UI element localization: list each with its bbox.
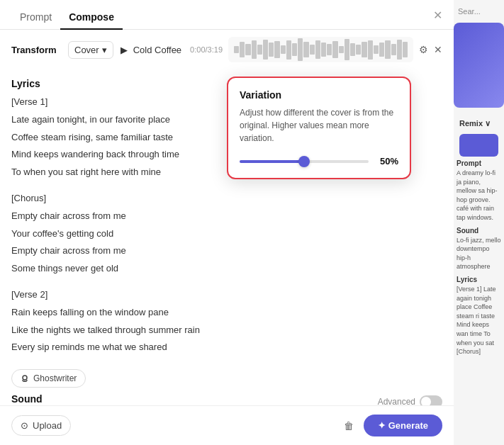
ghostwriter-button[interactable]: Ghostwriter: [11, 369, 86, 388]
search-label: Sear...: [458, 7, 481, 16]
waveform-bar: [379, 43, 384, 57]
search-area: Sear...: [454, 0, 504, 23]
right-sound-text: Lo-fi jazz, mello downtempo hip-h atmosp…: [457, 236, 501, 271]
waveform-bar: [385, 40, 390, 58]
waveform-bar: [274, 41, 279, 57]
variation-slider-row: 50%: [240, 156, 398, 167]
advanced-toggle[interactable]: [420, 395, 442, 405]
waveform-bar: [303, 42, 308, 57]
tabs-bar: Prompt Compose ✕: [0, 0, 454, 30]
ghostwriter-icon: [21, 374, 29, 383]
track-time-total: 3:19: [208, 45, 223, 54]
variation-value: 50%: [376, 156, 398, 167]
generate-label: ✦ Generate: [378, 420, 428, 431]
waveform-bar: [298, 38, 303, 61]
upload-button[interactable]: ⊙ Upload: [11, 415, 71, 436]
lyrics-block-chorus: [Chorus] Empty chair across from me Your…: [11, 191, 442, 276]
chevron-down-icon: ▾: [102, 45, 107, 55]
play-row: ▶ Cold Coffee 0:00/3:19: [121, 37, 442, 62]
variation-popup: Variation Adjust how different the cover…: [227, 77, 411, 179]
tab-compose[interactable]: Compose: [60, 6, 123, 30]
lyrics-line: Some things never get old: [11, 261, 442, 276]
waveform-bar: [286, 40, 291, 60]
close-button[interactable]: ✕: [433, 8, 442, 21]
lyrics-block-verse2: [Verse 2] Rain keeps falling on the wind…: [11, 288, 442, 355]
waveform-bar: [292, 43, 297, 56]
svg-point-0: [23, 376, 27, 380]
remix-label: Remix ∨: [459, 119, 491, 128]
variation-slider-track: [240, 160, 369, 163]
lyrics-line: Empty chair across from me: [11, 209, 442, 224]
advanced-label: Advanced: [378, 397, 415, 405]
sound-row: Sound Advanced: [11, 393, 442, 405]
settings-icon[interactable]: ⚙: [419, 44, 428, 55]
waveform-bar: [374, 45, 379, 55]
toggle-knob: [421, 397, 431, 405]
track-time-current: 0:00: [190, 45, 205, 54]
waveform-bar: [234, 46, 239, 54]
waveform-bar: [362, 42, 366, 57]
waveform-bar: [339, 46, 344, 54]
lyrics-chorus-header: [Chorus]: [11, 191, 442, 206]
waveform-bar: [269, 43, 274, 57]
waveform-bar: [281, 45, 286, 55]
transform-label: Transform: [11, 45, 61, 55]
waveform-bar: [345, 39, 349, 61]
bottom-bar: ⊙ Upload 🗑 ✦ Generate: [0, 405, 454, 445]
variation-description: Adjust how different the cover is from t…: [240, 106, 398, 145]
waveform-bar: [397, 40, 402, 60]
cover-select[interactable]: Cover ▾: [68, 41, 113, 59]
waveform-bar: [257, 45, 262, 55]
waveform-bar: [391, 44, 396, 55]
lyrics-verse2-header: [Verse 2]: [11, 288, 442, 303]
right-panel: Sear... Remix ∨ Prompt A dreamy lo-fi ja…: [454, 0, 504, 445]
waveform-bar: [310, 45, 315, 55]
track-title: Cold Coffee: [133, 45, 181, 55]
waveform-bar: [315, 40, 320, 58]
waveform-bar: [240, 42, 245, 57]
waveform-bar: [350, 43, 355, 56]
ghostwriter-label: Ghostwriter: [33, 373, 77, 383]
right-prompt-text: A dreamy lo-fi ja piano, mellow sa hip-h…: [457, 169, 501, 222]
track-time: 0:00/3:19: [190, 45, 223, 54]
right-lyrics-text: [Verse 1] Late again tonigh place Coffee…: [457, 285, 501, 356]
waveform-bar: [356, 45, 361, 55]
waveform-bar: [263, 40, 268, 60]
lyrics-line: Like the nights we talked through summer…: [11, 323, 442, 338]
remove-icon[interactable]: ✕: [434, 44, 442, 55]
sound-label: Sound: [11, 393, 43, 405]
play-icon[interactable]: ▶: [121, 45, 128, 55]
lyrics-line: Rain keeps falling on the window pane: [11, 305, 442, 320]
generate-button[interactable]: ✦ Generate: [364, 415, 442, 436]
sound-section: Sound Advanced Lo-fi jazz, mellow sax, s…: [11, 393, 442, 405]
waveform-bar: [245, 44, 250, 55]
right-card-image: [454, 23, 504, 108]
waveform-bar: [252, 40, 257, 58]
upload-label: Upload: [33, 420, 62, 431]
waveform-bars: [234, 37, 408, 62]
variation-title: Variation: [240, 89, 398, 101]
main-panel: Prompt Compose ✕ Transform Cover ▾ ▶ Col…: [0, 0, 454, 445]
waveform-bar: [321, 43, 326, 57]
waveform: [228, 37, 413, 62]
right-blue-bar: [459, 134, 498, 157]
lyrics-line: Your coffee's getting cold: [11, 227, 442, 242]
upload-icon: ⊙: [21, 420, 28, 431]
right-prompt-label: Prompt: [457, 159, 501, 167]
trash-icon[interactable]: 🗑: [340, 416, 358, 436]
waveform-bar: [368, 40, 373, 60]
waveform-bar: [327, 44, 332, 55]
right-section: Remix ∨ Prompt A dreamy lo-fi ja piano, …: [454, 112, 504, 361]
right-lyrics-label: Lyrics: [457, 276, 501, 283]
lyrics-line: Every sip reminds me what we shared: [11, 340, 442, 355]
advanced-toggle-row: Advanced: [378, 395, 442, 405]
transform-row: Transform Cover ▾ ▶ Cold Coffee 0:00/3:1…: [0, 30, 454, 69]
waveform-bar: [332, 41, 337, 57]
right-sound-label: Sound: [457, 227, 501, 235]
remix-button[interactable]: Remix ∨: [457, 116, 501, 131]
lyrics-line: Empty chair across from me: [11, 244, 442, 259]
cover-label: Cover: [74, 45, 99, 55]
tab-prompt[interactable]: Prompt: [11, 6, 60, 30]
waveform-bar: [403, 42, 408, 57]
